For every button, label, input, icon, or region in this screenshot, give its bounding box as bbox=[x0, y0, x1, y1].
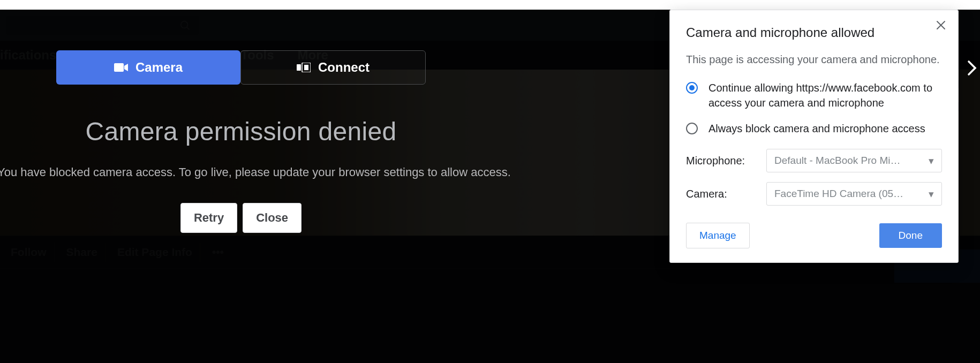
svg-rect-6 bbox=[304, 65, 308, 70]
microphone-label: Microphone: bbox=[686, 155, 766, 167]
dialog-tabs: Camera Connect bbox=[56, 50, 426, 85]
permission-subtitle: This page is accessing your camera and m… bbox=[686, 52, 942, 67]
permission-footer: Manage Done bbox=[686, 223, 942, 248]
done-button[interactable]: Done bbox=[879, 223, 942, 248]
chevron-down-icon: ▾ bbox=[929, 155, 934, 167]
tab-connect-label: Connect bbox=[318, 60, 370, 75]
manage-button[interactable]: Manage bbox=[686, 223, 750, 248]
chevron-down-icon: ▾ bbox=[929, 188, 934, 200]
microphone-value: Default - MacBook Pro Mi… bbox=[774, 155, 900, 167]
page-area: Tammy Home Create Notifications Tools Mo… bbox=[0, 10, 980, 363]
denied-title: Camera permission denied bbox=[56, 117, 426, 146]
microphone-select[interactable]: Default - MacBook Pro Mi… ▾ bbox=[766, 149, 942, 172]
permission-title: Camera and microphone allowed bbox=[686, 25, 942, 40]
permission-options: Continue allowing https://www.facebook.c… bbox=[686, 80, 942, 136]
permission-popover: Camera and microphone allowed This page … bbox=[669, 10, 959, 263]
browser-toolbar-strip bbox=[0, 0, 980, 10]
connect-icon bbox=[297, 63, 311, 72]
permission-option-block-label: Always block camera and microphone acces… bbox=[708, 121, 925, 136]
camera-select[interactable]: FaceTime HD Camera (05… ▾ bbox=[766, 182, 942, 206]
svg-marker-3 bbox=[124, 64, 128, 71]
radio-unselected-icon bbox=[686, 123, 698, 134]
retry-button[interactable]: Retry bbox=[180, 203, 237, 233]
camera-value: FaceTime HD Camera (05… bbox=[774, 188, 903, 200]
svg-rect-2 bbox=[114, 63, 124, 72]
radio-selected-icon bbox=[686, 82, 698, 94]
carousel-next-icon[interactable] bbox=[964, 57, 980, 79]
svg-rect-4 bbox=[297, 64, 301, 71]
close-button[interactable]: Close bbox=[243, 203, 301, 233]
tab-camera-label: Camera bbox=[135, 60, 183, 75]
live-video-dialog: Camera Connect Camera permission denied … bbox=[56, 50, 426, 233]
camera-row: Camera: FaceTime HD Camera (05… ▾ bbox=[686, 182, 942, 206]
camera-label: Camera: bbox=[686, 188, 766, 200]
permission-option-allow-label: Continue allowing https://www.facebook.c… bbox=[708, 80, 942, 110]
popover-close-button[interactable] bbox=[936, 20, 948, 33]
permission-option-allow[interactable]: Continue allowing https://www.facebook.c… bbox=[686, 80, 942, 110]
permission-option-block[interactable]: Always block camera and microphone acces… bbox=[686, 121, 942, 136]
close-icon bbox=[936, 20, 946, 31]
tab-connect[interactable]: Connect bbox=[240, 50, 426, 85]
denied-subtitle: You have blocked camera access. To go li… bbox=[0, 165, 426, 179]
tab-camera[interactable]: Camera bbox=[56, 50, 240, 85]
microphone-row: Microphone: Default - MacBook Pro Mi… ▾ bbox=[686, 149, 942, 172]
camera-icon bbox=[114, 62, 128, 73]
